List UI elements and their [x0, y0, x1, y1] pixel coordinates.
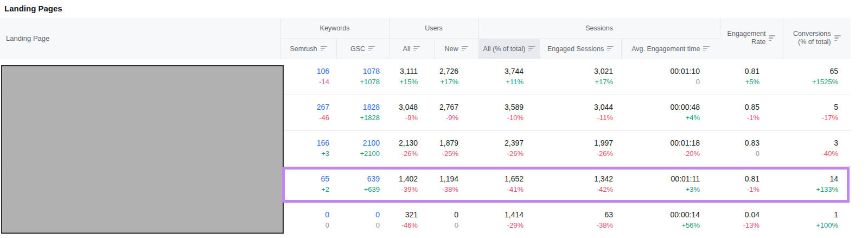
- column-header-sessions-all[interactable]: All (% of total): [478, 39, 540, 59]
- metric-delta: +3: [280, 148, 329, 159]
- column-header-engaged-sessions[interactable]: Engaged Sessions: [540, 39, 621, 59]
- metric-value: 0: [434, 209, 458, 220]
- metric-value: 63: [540, 209, 613, 220]
- column-header-avg-engagement-time[interactable]: Avg. Engagement time: [621, 39, 720, 59]
- metric-cell-semrush[interactable]: 65+2: [280, 166, 336, 202]
- metric-cell-users_all: 321-46%: [389, 202, 434, 238]
- metric-cell-users_all: 3,048-9%: [389, 95, 434, 130]
- metric-value: 1,414: [478, 209, 524, 220]
- metric-cell-rate: 0.81-1%: [720, 166, 783, 202]
- metric-value-link[interactable]: 0: [336, 209, 380, 220]
- metric-delta: -39%: [389, 184, 418, 195]
- metric-value: 3: [783, 137, 838, 148]
- metric-value: 00:01:10: [621, 66, 700, 77]
- sort-icon[interactable]: [528, 46, 535, 52]
- sort-icon[interactable]: [834, 35, 841, 41]
- metric-value-link[interactable]: 1078: [336, 66, 380, 77]
- metric-delta: +15%: [389, 77, 418, 87]
- metric-delta: -46%: [389, 220, 418, 231]
- column-header-label: GSC: [350, 45, 365, 53]
- metric-cell-semrush[interactable]: 267-46: [280, 95, 336, 130]
- sort-icon[interactable]: [462, 46, 468, 52]
- metric-delta: +639: [336, 184, 380, 195]
- metric-cell-gsc[interactable]: 639+639: [336, 166, 389, 202]
- column-header-engagement-rate[interactable]: Engagement Rate: [720, 18, 783, 59]
- sort-icon[interactable]: [769, 35, 775, 41]
- metric-delta: +2100: [336, 148, 380, 159]
- metric-delta: -11%: [540, 112, 613, 123]
- metric-delta: -20%: [621, 148, 700, 159]
- metric-cell-semrush[interactable]: 166+3: [280, 130, 336, 166]
- metric-cell-engaged: 1,997-26%: [540, 130, 621, 166]
- metric-delta: +133%: [783, 184, 838, 195]
- metric-cell-gsc[interactable]: 00: [336, 202, 389, 238]
- column-header-semrush[interactable]: Semrush: [280, 39, 336, 59]
- metric-value: 3,048: [389, 102, 418, 112]
- page-title: Landing Pages: [0, 0, 868, 18]
- metric-delta: +1078: [336, 77, 380, 87]
- column-header-label: Engaged Sessions: [547, 45, 604, 53]
- sort-icon[interactable]: [413, 46, 420, 52]
- sort-icon[interactable]: [368, 46, 375, 52]
- metric-delta: +2: [280, 184, 329, 195]
- metric-cell-users_all: 1,402-39%: [389, 166, 434, 202]
- metric-value-link[interactable]: 0: [280, 209, 329, 220]
- metric-delta: +3%: [621, 184, 700, 195]
- column-header-label: Avg. Engagement time: [631, 45, 700, 53]
- metric-value: 2,726: [434, 66, 458, 77]
- metric-cell-conv: 1+100%: [783, 202, 851, 238]
- sort-icon[interactable]: [703, 46, 710, 52]
- metric-value: 0.81: [720, 173, 760, 184]
- metric-value-link[interactable]: 267: [280, 102, 329, 112]
- metric-delta: -17%: [783, 112, 838, 123]
- metric-value: 00:01:18: [621, 137, 700, 148]
- metric-delta: -14: [280, 77, 329, 87]
- metric-cell-conv: 14+133%: [783, 166, 851, 202]
- column-header-gsc[interactable]: GSC: [336, 39, 389, 59]
- metric-value-link[interactable]: 65: [280, 173, 329, 184]
- metric-delta: +17%: [434, 77, 458, 87]
- column-header-users-new[interactable]: New: [434, 39, 478, 59]
- metric-value: 3,744: [478, 66, 524, 77]
- metric-value-link[interactable]: 166: [280, 137, 329, 148]
- metric-cell-gsc[interactable]: 1078+1078: [336, 59, 389, 95]
- column-header-landing-page: Landing Page: [0, 18, 280, 59]
- metric-cell-rate: 0.04-13%: [720, 202, 783, 238]
- metric-value: 1,879: [434, 137, 458, 148]
- metric-cell-sessions_all: 1,652-41%: [478, 166, 540, 202]
- metric-value: 2,767: [434, 102, 458, 112]
- metric-value-link[interactable]: 2100: [336, 137, 380, 148]
- metric-delta: -10%: [478, 112, 524, 123]
- metric-value: 14: [783, 173, 838, 184]
- metric-value-link[interactable]: 1828: [336, 102, 380, 112]
- metric-cell-semrush[interactable]: 106-14: [280, 59, 336, 95]
- metric-cell-conv: 3-40%: [783, 130, 851, 166]
- metric-delta: -38%: [540, 220, 613, 231]
- metric-delta: 0: [336, 220, 380, 231]
- metric-cell-semrush[interactable]: 00: [280, 202, 336, 238]
- metric-cell-sessions_all: 2,397-26%: [478, 130, 540, 166]
- group-label: Users: [425, 24, 443, 32]
- metric-value: 3,021: [540, 66, 613, 77]
- metric-cell-gsc[interactable]: 2100+2100: [336, 130, 389, 166]
- metric-value-link[interactable]: 639: [336, 173, 380, 184]
- metric-cell-sessions_all: 1,414-29%: [478, 202, 540, 238]
- metric-delta: 0: [720, 148, 760, 159]
- metric-cell-sessions_all: 3,744+11%: [478, 59, 540, 95]
- metric-cell-gsc[interactable]: 1828+1828: [336, 95, 389, 130]
- metric-value: 3,111: [389, 66, 418, 77]
- metric-cell-rate: 0.830: [720, 130, 783, 166]
- column-header-conversions[interactable]: Conversions (% of total): [783, 18, 851, 59]
- column-header-label: All (% of total): [483, 45, 526, 53]
- metric-cell-avg_time: 00:01:11+3%: [621, 166, 720, 202]
- metric-cell-conv: 65+1525%: [783, 59, 851, 95]
- sort-icon[interactable]: [607, 46, 614, 52]
- metric-delta: -1%: [720, 112, 760, 123]
- metric-delta: +56%: [621, 220, 700, 231]
- column-header-label: All: [403, 45, 411, 53]
- metric-value-link[interactable]: 106: [280, 66, 329, 77]
- column-header-users-all[interactable]: All: [389, 39, 434, 59]
- sort-icon[interactable]: [321, 46, 327, 52]
- column-header-label: Semrush: [290, 45, 317, 53]
- metric-value: 1,194: [434, 173, 458, 184]
